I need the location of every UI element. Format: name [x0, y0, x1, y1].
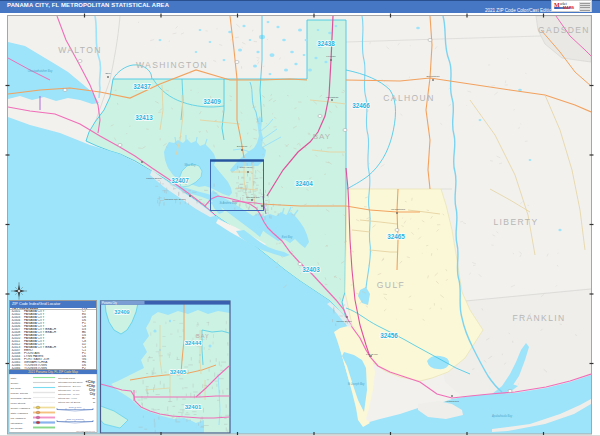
svg-text:Blountstown: Blountstown [426, 75, 440, 78]
svg-text:2021 Panama City, FL ZIP Code: 2021 Panama City, FL ZIP Code Map [28, 370, 78, 374]
svg-text:GADSDEN: GADSDEN [538, 25, 590, 35]
svg-text:Toll Roads: Toll Roads [11, 427, 23, 430]
svg-text:32401: 32401 [185, 404, 202, 410]
svg-text:BAY: BAY [196, 333, 210, 339]
svg-text:West Bay: West Bay [184, 163, 196, 167]
svg-text:Choctawhatchee Bay: Choctawhatchee Bay [28, 69, 53, 73]
svg-text:32404: 32404 [295, 180, 313, 187]
svg-text:Southport: Southport [237, 145, 248, 148]
svg-text:County Highways: County Highways [11, 407, 31, 410]
svg-text:St Andrew Bay: St Andrew Bay [219, 201, 237, 205]
svg-text:Port St Joe: Port St Joe [366, 353, 378, 356]
svg-text:Copyright MarketMAPS: Copyright MarketMAPS [76, 430, 96, 432]
svg-text:CALHOUN: CALHOUN [383, 93, 434, 103]
svg-text:Fountain: Fountain [326, 55, 336, 58]
svg-text:GULF: GULF [377, 280, 405, 290]
svg-text:Apalachicola: Apalachicola [445, 400, 459, 403]
svg-text:32456: 32456 [380, 332, 398, 339]
svg-text:Panama City: Panama City [246, 196, 260, 199]
svg-text:Panama City: Panama City [102, 301, 118, 305]
svg-text:St Joseph Bay: St Joseph Bay [348, 382, 365, 386]
svg-text:Scale in Kilometers: Scale in Kilometers [66, 418, 83, 420]
svg-text:Ebro: Ebro [105, 72, 111, 75]
svg-text:Scale in Miles: Scale in Miles [69, 406, 81, 408]
svg-text:Minor Streets: Minor Streets [11, 402, 27, 405]
svg-text:US Highways: US Highways [11, 417, 27, 420]
svg-text:32413: 32413 [135, 114, 153, 121]
svg-text:State: State [11, 377, 17, 380]
svg-text:WASHINGTON: WASHINGTON [136, 60, 208, 70]
svg-text:ZIP Code: ZIP Code [11, 387, 22, 390]
svg-text:32403: 32403 [302, 266, 320, 273]
svg-text:32405: 32405 [170, 369, 187, 375]
svg-text:Apalachicola Bay: Apalachicola Bay [491, 414, 513, 418]
svg-text:Primary Streets: Primary Streets [11, 392, 29, 395]
svg-text:Ci: Ci [93, 397, 96, 400]
svg-text:32407: 32407 [171, 177, 189, 184]
svg-text:BAY: BAY [313, 132, 331, 141]
svg-text:Wewahitchka: Wewahitchka [391, 208, 406, 211]
svg-text:Lynn Haven: Lynn Haven [240, 166, 253, 169]
svg-text:Mexico Beach: Mexico Beach [336, 320, 352, 323]
svg-text:32466: 32466 [352, 102, 370, 109]
svg-text:32438: 32438 [317, 40, 335, 47]
svg-text:East Bay: East Bay [282, 235, 293, 239]
svg-text:Interstates: Interstates [11, 422, 23, 425]
svg-text:Cities with Towns: Cities with Towns [58, 377, 76, 379]
svg-text:Laguna Beach: Laguna Beach [146, 177, 162, 180]
svg-text:Secondary Streets: Secondary Streets [11, 397, 32, 400]
svg-text:FRANKLIN: FRANKLIN [512, 313, 565, 323]
svg-text:32437: 32437 [133, 83, 151, 90]
svg-text:32409: 32409 [203, 98, 221, 105]
svg-text:Panama City Beach: Panama City Beach [164, 198, 186, 201]
svg-text:32409: 32409 [114, 309, 129, 315]
svg-text:32444: 32444 [185, 340, 202, 346]
svg-text:City: City [90, 392, 96, 396]
svg-text:Youngstown: Youngstown [326, 96, 340, 99]
svg-text:32465: 32465 [387, 233, 405, 240]
svg-text:County: County [11, 382, 20, 385]
svg-text:State Highways: State Highways [11, 412, 29, 415]
svg-text:LIBERTY: LIBERTY [493, 217, 538, 227]
svg-text:WALTON: WALTON [58, 45, 102, 55]
